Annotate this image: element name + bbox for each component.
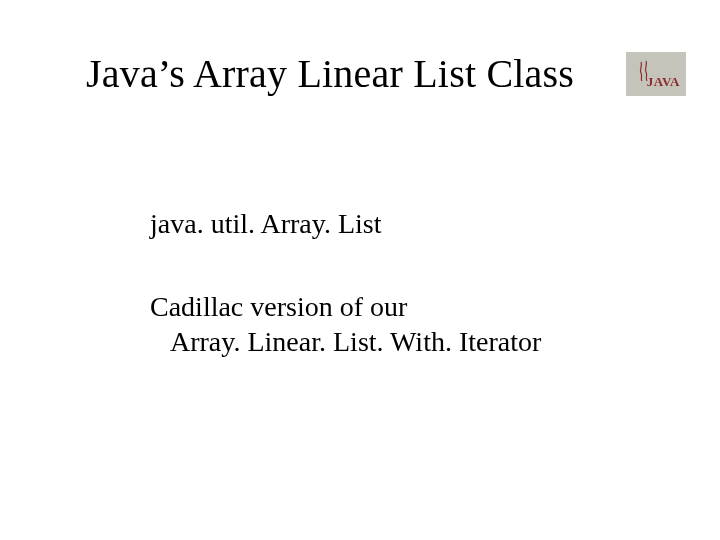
- slide-title: Java’s Array Linear List Class: [86, 52, 574, 96]
- body-line-3: Array. Linear. List. With. Iterator: [150, 324, 541, 359]
- body-line-2: Cadillac version of our: [150, 289, 541, 324]
- body-block-2: Cadillac version of our Array. Linear. L…: [150, 289, 541, 359]
- java-logo: JAVA: [626, 52, 686, 96]
- java-logo-text: JAVA: [647, 74, 680, 90]
- java-logo-inner: JAVA: [626, 52, 686, 96]
- slide-body: java. util. Array. List Cadillac version…: [150, 206, 541, 359]
- body-line-1: java. util. Array. List: [150, 206, 541, 241]
- slide: Java’s Array Linear List Class JAVA java…: [0, 0, 720, 540]
